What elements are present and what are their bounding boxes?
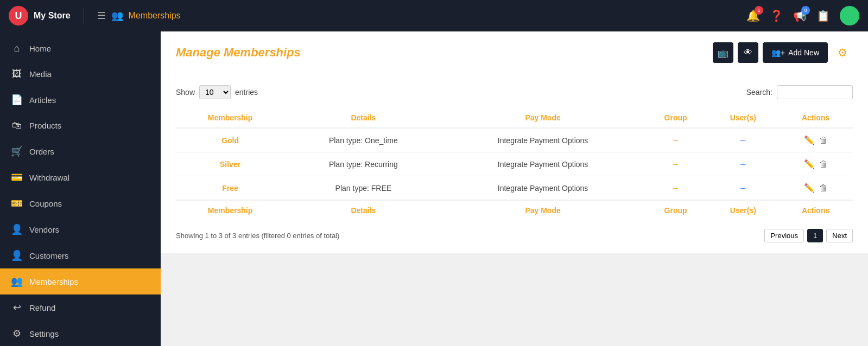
top-nav: U My Store ☰ 👥 Memberships 🔔 1 ❓ 📢 0 📋 [0, 0, 868, 31]
add-new-button[interactable]: 👥+ Add New [763, 42, 828, 63]
row2-group: – [673, 159, 678, 169]
sidebar-label-media: Media [29, 69, 52, 79]
sidebar-item-articles[interactable]: 📄 Articles [0, 87, 161, 113]
col-details[interactable]: Details [284, 108, 442, 128]
sidebar-item-home[interactable]: ⌂ Home [0, 36, 161, 61]
sidebar-label-withdrawal: Withdrawal [29, 173, 69, 182]
page-1-button[interactable]: 1 [807, 229, 823, 242]
row2-membership[interactable]: Silver [220, 160, 240, 169]
row3-delete-icon[interactable]: 🗑 [819, 183, 828, 193]
sidebar: ⌂ Home 🖼 Media 📄 Articles 🛍 Products 🛒 O… [0, 31, 161, 346]
preview-button[interactable]: 👁 [738, 42, 758, 63]
foot-col-membership[interactable]: Membership [176, 200, 284, 220]
row3-users: – [740, 183, 745, 193]
prev-button[interactable]: Previous [764, 229, 804, 242]
sidebar-label-home: Home [29, 44, 51, 53]
foot-col-pay-mode[interactable]: Pay Mode [442, 200, 644, 220]
col-pay-mode[interactable]: Pay Mode [442, 108, 644, 128]
members-nav-icon: 👥 [111, 10, 123, 22]
search-input[interactable] [777, 85, 853, 99]
page-title: Manage Memberships [176, 46, 301, 60]
row1-delete-icon[interactable]: 🗑 [819, 136, 828, 145]
table-header-row: Membership Details Pay Mode Group User(s… [176, 108, 853, 128]
sidebar-item-orders[interactable]: 🛒 Orders [0, 138, 161, 164]
bell-badge: 1 [755, 6, 763, 15]
row2-details: Plan type: Recurring [284, 152, 442, 176]
sidebar-label-orders: Orders [29, 147, 54, 156]
sidebar-item-withdrawal[interactable]: 💳 Withdrawal [0, 164, 161, 190]
main-layout: ⌂ Home 🖼 Media 📄 Articles 🛍 Products 🛒 O… [0, 31, 868, 346]
memberships-table: Membership Details Pay Mode Group User(s… [176, 108, 853, 220]
row1-details: Plan type: One_time [284, 128, 442, 152]
row2-actions: ✏️ 🗑 [783, 159, 848, 169]
nav-breadcrumb-title: Memberships [129, 11, 181, 21]
message-button[interactable]: 📢 0 [793, 9, 807, 22]
row2-users: – [740, 159, 745, 169]
main-content: Manage Memberships 📺 👁 👥+ Add New ⚙ Show… [161, 31, 868, 346]
foot-col-users[interactable]: User(s) [708, 200, 779, 220]
bell-button[interactable]: 🔔 1 [746, 9, 760, 22]
col-group[interactable]: Group [644, 108, 708, 128]
col-users[interactable]: User(s) [708, 108, 779, 128]
col-membership[interactable]: Membership [176, 108, 284, 128]
table-row: Gold Plan type: One_time Integrate Payme… [176, 128, 853, 152]
add-new-icon: 👥+ [771, 48, 785, 57]
pagination: Previous 1 Next [764, 229, 853, 242]
sidebar-label-settings: Settings [29, 329, 59, 338]
sidebar-item-refund[interactable]: ↩ Refund [0, 294, 161, 321]
logo-area: U My Store [9, 6, 71, 25]
row3-pay-mode: Integrate Payment Options [442, 176, 644, 201]
sidebar-item-customers[interactable]: 👤 Customers [0, 242, 161, 268]
search-label: Search: [746, 88, 772, 97]
row3-details: Plan type: FREE [284, 176, 442, 201]
sidebar-item-memberships[interactable]: 👥 Memberships [0, 268, 161, 294]
row2-edit-icon[interactable]: ✏️ [804, 159, 815, 169]
sidebar-item-media[interactable]: 🖼 Media [0, 61, 161, 87]
nav-right: 🔔 1 ❓ 📢 0 📋 [746, 6, 859, 25]
orders-icon: 🛒 [11, 145, 23, 157]
foot-col-group[interactable]: Group [644, 200, 708, 220]
sidebar-item-vendors[interactable]: 👤 Vendors [0, 216, 161, 242]
page-settings-button[interactable]: ⚙ [832, 42, 853, 63]
row1-users: – [740, 136, 745, 145]
home-icon: ⌂ [11, 43, 23, 54]
page-header: Manage Memberships 📺 👁 👥+ Add New ⚙ [161, 31, 868, 74]
table-row: Silver Plan type: Recurring Integrate Pa… [176, 152, 853, 176]
row1-pay-mode: Integrate Payment Options [442, 128, 644, 152]
table-area: Show 10 25 50 100 entries Search: [161, 74, 868, 253]
sidebar-item-coupons[interactable]: 🎫 Coupons [0, 190, 161, 216]
row3-membership[interactable]: Free [222, 184, 238, 193]
table-footer-row: Membership Details Pay Mode Group User(s… [176, 200, 853, 220]
table-row: Free Plan type: FREE Integrate Payment O… [176, 176, 853, 201]
hamburger-icon[interactable]: ☰ [97, 10, 106, 22]
help-button[interactable]: ❓ [770, 9, 783, 22]
row3-actions: ✏️ 🗑 [783, 183, 848, 193]
col-actions: Actions [778, 108, 853, 128]
sidebar-item-products[interactable]: 🛍 Products [0, 113, 161, 138]
next-button[interactable]: Next [826, 229, 853, 242]
add-new-label: Add New [788, 48, 819, 57]
show-entries: Show 10 25 50 100 entries [176, 85, 258, 99]
articles-icon: 📄 [11, 94, 23, 106]
video-button[interactable]: 📺 [713, 42, 733, 63]
products-icon: 🛍 [11, 120, 23, 131]
row3-edit-icon[interactable]: ✏️ [804, 183, 815, 193]
foot-col-details[interactable]: Details [284, 200, 442, 220]
message-badge: 0 [801, 6, 810, 15]
row1-membership[interactable]: Gold [221, 136, 239, 145]
table-controls: Show 10 25 50 100 entries Search: [176, 85, 853, 99]
avatar[interactable] [840, 6, 859, 25]
sidebar-label-customers: Customers [29, 251, 69, 260]
sidebar-item-settings[interactable]: ⚙ Settings [0, 321, 161, 346]
withdrawal-icon: 💳 [11, 171, 23, 183]
row1-edit-icon[interactable]: ✏️ [804, 135, 815, 145]
row2-delete-icon[interactable]: 🗑 [819, 159, 828, 169]
media-icon: 🖼 [11, 68, 23, 80]
notes-button[interactable]: 📋 [816, 9, 830, 22]
customers-icon: 👤 [11, 249, 23, 261]
settings-icon: ⚙ [11, 328, 23, 339]
entries-select[interactable]: 10 25 50 100 [199, 85, 231, 99]
nav-divider [84, 8, 84, 24]
row1-group: – [673, 136, 678, 145]
entries-info: Showing 1 to 3 of 3 entries (filtered 0 … [176, 232, 339, 240]
